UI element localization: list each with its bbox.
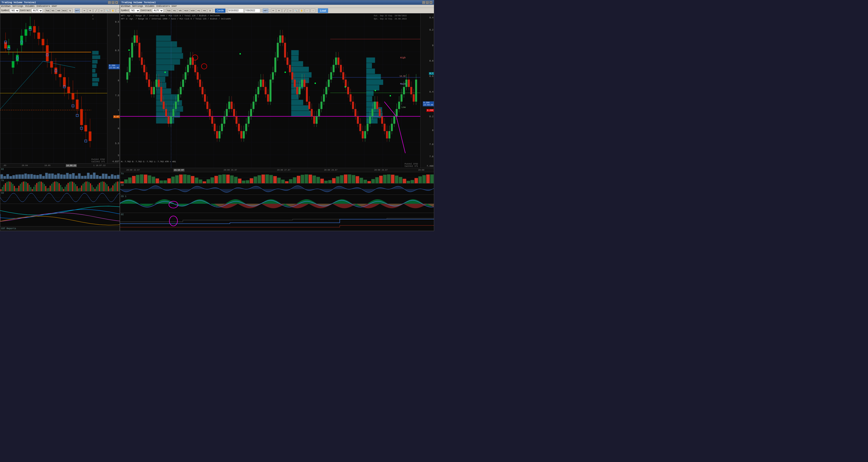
right-load-btn[interactable]: Load	[318, 8, 328, 13]
left-menu-indicators[interactable]: Indicators	[36, 5, 50, 7]
left-close-btn[interactable]: ✕	[115, 1, 118, 4]
right-time-6: 20:00 29.07	[374, 169, 388, 171]
left-tv-label: TV	[1, 179, 4, 182]
right-symbol-select[interactable]: NG	[130, 8, 140, 13]
right-menu-windows[interactable]: Windows	[121, 5, 130, 7]
right-oi-panel: OI	[120, 213, 434, 231]
right-contract-label: Contract	[141, 9, 152, 12]
left-time-axis: .03 20.04 18.05 14.06.22 1 19.07.22	[0, 163, 120, 167]
right-menu-indicators[interactable]: Indicators	[156, 5, 170, 7]
left-hand-btn[interactable]: ✋	[110, 8, 115, 13]
right-time-4: 20:00 27.07	[277, 169, 290, 171]
left-time-1: .03	[3, 165, 6, 167]
right-time-2: 21:15 07	[174, 169, 185, 172]
left-title-text: Trading Volume Terminal	[2, 1, 36, 4]
right-tv-panel: TV	[120, 172, 434, 183]
left-main-chart[interactable]: F u PutVol 3762 CallVol 371	[0, 13, 107, 163]
right-current-price: 8.286 23:59:46	[423, 102, 434, 106]
right-price-84: 8.4	[429, 91, 433, 93]
right-menu-user[interactable]: User	[172, 5, 177, 7]
left-toolbar: Symbol NG Contract AUTO Tick M1 M5 M15 N…	[0, 8, 120, 13]
right-chart-area: HFT: Agr. / Range 15 / Interval 3000 / M…	[120, 13, 434, 231]
sep9	[270, 9, 270, 12]
right-close-btn[interactable]: ✕	[429, 1, 433, 4]
right-price-1432: 14.32	[400, 75, 406, 77]
sep10	[316, 9, 317, 12]
left-price-7: 7	[118, 109, 119, 112]
right-hft-btn[interactable]: HFT	[263, 8, 269, 13]
left-time-5: 1 19.07.22	[93, 165, 105, 167]
right-price-88: 8.8	[429, 60, 433, 62]
left-maximize-btn[interactable]: □	[112, 1, 115, 4]
left-n-btn[interactable]: N	[68, 8, 72, 13]
right-m5-btn[interactable]: M5	[178, 8, 183, 13]
left-menu-user[interactable]: User	[52, 5, 57, 7]
right-arrow-btn[interactable]: ←	[305, 8, 310, 13]
left-m15-btn[interactable]: M15	[62, 8, 67, 13]
right-pencil-btn[interactable]: ✏	[271, 8, 276, 13]
right-date-to[interactable]	[244, 8, 260, 13]
right-high-label: High	[400, 57, 406, 59]
right-oi-label: OI	[121, 213, 124, 216]
right-hand-btn[interactable]: ✋	[299, 8, 304, 13]
right-cyan-price: 8.7	[429, 72, 434, 75]
left-symbol-label: Symbol	[1, 9, 9, 12]
left-price-5: 5	[118, 154, 119, 157]
right-tick-btn[interactable]: Tick	[166, 8, 172, 13]
left-tick-btn[interactable]: Tick	[45, 8, 50, 13]
left-zoom-btn[interactable]: 🔍	[105, 8, 110, 13]
left-menu-settings[interactable]: Settings	[12, 5, 23, 7]
right-minimize-btn[interactable]: _	[422, 1, 425, 4]
left-symbol-select[interactable]: NG	[10, 8, 19, 13]
left-contract-select[interactable]: AUTO	[31, 8, 43, 13]
right-candle-btn[interactable]: Candle	[215, 8, 225, 13]
left-rect-btn[interactable]: ▭	[99, 8, 104, 13]
right-maximize-btn[interactable]: □	[426, 1, 429, 4]
right-line-btn[interactable]: ╱	[282, 8, 287, 13]
right-price-86: 8.6	[429, 75, 433, 78]
right-crosshair-btn[interactable]: ✛	[277, 8, 281, 13]
left-contract-label: Contract	[20, 9, 31, 12]
right-toolbar: Symbol NG Contract AUTO Tick M1 M5 M15 M…	[120, 8, 434, 13]
sep5	[164, 9, 165, 12]
right-h4-btn[interactable]: H4	[202, 8, 207, 13]
left-price-75: 7.5	[115, 94, 119, 97]
right-menu-volumes[interactable]: Volumes	[145, 5, 154, 7]
right-arrow2-btn[interactable]: →	[310, 8, 315, 13]
right-time-3: 20:00 26.07	[224, 169, 237, 171]
left-menu-volumes[interactable]: Volumes	[25, 5, 35, 7]
left-m5-btn[interactable]: M5	[56, 8, 61, 13]
right-date-from[interactable]	[228, 8, 244, 13]
left-cd-panel: CD	[0, 191, 120, 204]
left-m1-btn[interactable]: M1	[51, 8, 56, 13]
right-menu-bar: Windows Settings Volumes Indicators User	[120, 5, 434, 8]
left-time-4: 14.06.22	[66, 164, 76, 167]
right-h1-btn[interactable]: H1	[196, 8, 201, 13]
right-d-btn[interactable]: D	[208, 8, 213, 13]
left-menu-windows[interactable]: Windows	[1, 5, 11, 7]
right-price-scale: 9.4 9.2 9 8.8 8.6 8.4 8.286 23:59:46 8.2…	[420, 13, 434, 168]
left-crosshair-btn[interactable]: ✛	[88, 8, 93, 13]
right-time-7: 20:00	[418, 169, 424, 171]
left-putvol: PutVol 3762 CallVol 371	[92, 158, 105, 163]
left-time-3: 18.05	[44, 165, 51, 167]
left-line-btn[interactable]: ╱	[93, 8, 98, 13]
right-price-78: 7.8	[429, 143, 433, 146]
right-rect-btn[interactable]: ▭	[288, 8, 293, 13]
right-m15-btn[interactable]: M15	[183, 8, 189, 13]
right-menu-settings[interactable]: Settings	[132, 5, 143, 7]
right-contract-select[interactable]: AUTO	[152, 8, 163, 13]
left-hft-btn[interactable]: HFT	[75, 8, 80, 13]
right-price-76: 7.6	[429, 155, 433, 158]
right-zoom-btn[interactable]: 🔍	[293, 8, 299, 13]
left-arrow-btn[interactable]: ←	[116, 8, 120, 13]
right-main-chart[interactable]: HFT: Agr. / Range 15 / Interval 3000 / M…	[120, 13, 420, 168]
left-minimize-btn[interactable]: _	[108, 1, 111, 4]
right-m30-btn[interactable]: M30	[190, 8, 196, 13]
left-cd-label: CD	[1, 192, 4, 194]
right-price-8: 8	[432, 129, 433, 132]
left-oi-panel: OI	[0, 167, 120, 179]
left-cot-bar: COT Reports	[0, 226, 120, 231]
left-pencil-btn[interactable]: ✏	[82, 8, 87, 13]
right-m1-btn[interactable]: M1	[172, 8, 177, 13]
